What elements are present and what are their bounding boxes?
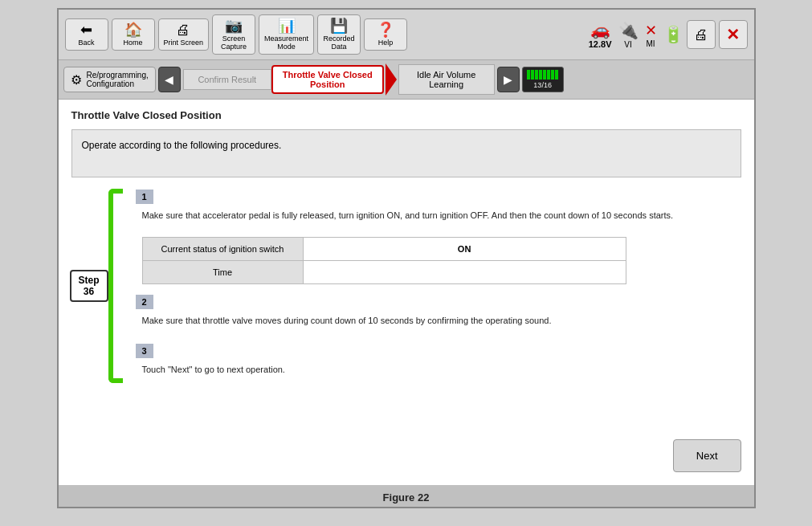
back-button[interactable]: ⬅ Back — [65, 18, 108, 51]
green-bracket — [108, 189, 123, 383]
battery-icon: 🔋 — [663, 25, 683, 44]
time-label: Time — [142, 260, 303, 283]
car-status: 🚗 12.8V — [589, 20, 612, 49]
help-icon: ❓ — [377, 22, 394, 37]
home-icon: 🏠 — [124, 22, 142, 37]
ignition-switch-label: Current status of ignition switch — [142, 237, 303, 260]
bar-4 — [539, 70, 542, 80]
mi-status: ✕ MI — [645, 22, 657, 48]
printer-button[interactable]: 🖨 — [687, 20, 716, 49]
idle-air-breadcrumb: Idle Air VolumeLearning — [398, 64, 495, 95]
step-2-header: 2 — [136, 295, 153, 309]
screen-capture-button[interactable]: 📷 ScreenCapture — [212, 14, 255, 55]
status-icons: 🚗 12.8V 🔌 VI ✕ MI 🔋 — [589, 20, 683, 49]
measurement-icon: 📊 — [278, 18, 296, 33]
step-1: 1 Make sure that accelerator pedal is fu… — [136, 189, 741, 284]
table-row-1: Current status of ignition switch ON — [142, 237, 626, 260]
figure-caption: Figure 22 — [59, 485, 754, 507]
step-3-text: Touch "Next" to go to next operation. — [136, 363, 741, 383]
steps-area: 1 Make sure that accelerator pedal is fu… — [136, 189, 741, 383]
bar-7 — [551, 70, 554, 80]
bar-8 — [555, 70, 558, 80]
ignition-switch-value: ON — [303, 237, 626, 260]
next-button[interactable]: Next — [673, 439, 741, 472]
bar-2 — [531, 70, 534, 80]
printer-icon: 🖨 — [694, 27, 708, 43]
reprog-icon: ⚙ — [71, 72, 82, 88]
confirm-result-breadcrumb: Confirm Result — [183, 69, 271, 90]
breadcrumb-arrow — [386, 63, 397, 96]
print-icon: 🖨 — [176, 22, 190, 37]
table-row-2: Time — [142, 260, 626, 283]
close-button[interactable]: ✕ — [719, 20, 748, 49]
breadcrumb-nav: ⚙ Re/programming,Configuration ◀ Confirm… — [59, 60, 754, 100]
step-3-header: 3 — [136, 344, 153, 358]
step-label: Step 36 — [70, 270, 108, 302]
bar-6 — [547, 70, 550, 80]
reprog-breadcrumb: ⚙ Re/programming,Configuration — [63, 67, 156, 92]
data-table: Current status of ignition switch ON Tim… — [142, 237, 626, 284]
progress-bars — [527, 70, 558, 80]
active-breadcrumb: Throttle Valve ClosedPosition — [271, 65, 384, 94]
vi-status: 🔌 VI — [618, 21, 639, 49]
time-value — [303, 260, 626, 283]
page-number: 13/16 — [533, 81, 552, 89]
progress-indicator: 13/16 — [522, 67, 564, 92]
bar-1 — [527, 70, 530, 80]
battery-status: 🔋 — [663, 25, 683, 44]
x-icon: ✕ — [645, 22, 657, 39]
step-1-header: 1 — [136, 190, 153, 204]
step-2-text: Make sure that throttle valve moves duri… — [136, 314, 741, 334]
step-1-text: Make sure that accelerator pedal is full… — [136, 209, 741, 229]
back-icon: ⬅ — [80, 22, 92, 37]
home-button[interactable]: 🏠 Home — [112, 18, 155, 51]
toolbar: ⬅ Back 🏠 Home 🖨 Print Screen 📷 ScreenCap… — [59, 10, 754, 60]
car-icon: 🚗 — [590, 20, 610, 39]
measurement-mode-button[interactable]: 📊 MeasurementMode — [259, 14, 314, 55]
bar-5 — [543, 70, 546, 80]
step-3: 3 Touch "Next" to go to next operation. — [136, 343, 741, 383]
instruction-box: Operate according to the following proce… — [71, 129, 741, 177]
help-button[interactable]: ❓ Help — [364, 18, 407, 51]
step-2: 2 Make sure that throttle valve moves du… — [136, 294, 741, 334]
main-content: Throttle Valve Closed Position Operate a… — [59, 100, 754, 485]
page-title: Throttle Valve Closed Position — [71, 109, 741, 121]
breadcrumb-forward-button[interactable]: ▶ — [497, 67, 520, 92]
print-screen-button[interactable]: 🖨 Print Screen — [158, 18, 210, 51]
breadcrumb-back-button[interactable]: ◀ — [158, 67, 181, 92]
instruction-text: Operate according to the following proce… — [82, 140, 282, 151]
camera-icon: 📷 — [225, 18, 243, 33]
bar-3 — [535, 70, 538, 80]
recorded-data-button[interactable]: 💾 RecordedData — [317, 14, 361, 55]
recorded-data-icon: 💾 — [330, 18, 348, 33]
vi-icon: 🔌 — [618, 21, 639, 40]
